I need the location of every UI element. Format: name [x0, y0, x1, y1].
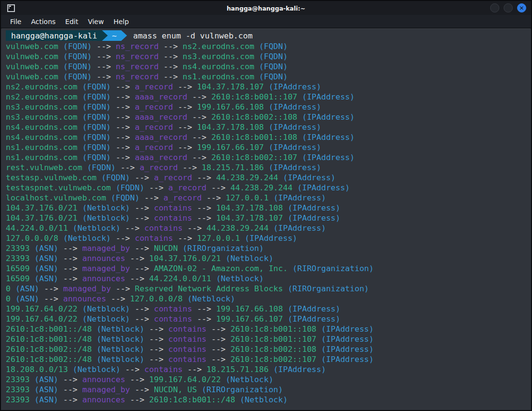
node-name: NUCDN, US — [154, 385, 197, 394]
menu-file[interactable]: File — [10, 18, 21, 25]
node-type: (IPAddress) — [288, 304, 340, 313]
relation-name: managed_by — [82, 385, 130, 394]
menu-edit[interactable]: Edit — [65, 18, 78, 25]
node-name: 23393 — [6, 244, 30, 253]
node-type: (ASN) — [35, 274, 59, 283]
node-name: 16509 — [6, 274, 30, 283]
node-name: AMAZON-02 - Amazon.com, Inc. — [154, 264, 288, 273]
arrow-token: --> — [116, 133, 130, 142]
node-type: (IPAddress) — [288, 314, 340, 324]
arrow-token: --> — [211, 183, 226, 192]
node-type: (RIROrganization) — [288, 284, 369, 293]
node-name: ns4.eurodns.com — [6, 123, 77, 132]
node-name: 2610:1c8:b002::107 — [211, 153, 297, 162]
node-type: (IPAddress) — [302, 153, 355, 162]
node-type: (FQDN) — [259, 72, 288, 81]
relation-name: contains — [144, 365, 182, 374]
output-line: 2610:1c8:b001::/48 (Netblock) --> contai… — [6, 334, 530, 344]
arrow-token: --> — [178, 234, 192, 243]
node-name: 0 — [6, 294, 11, 303]
output-line: 104.37.176.0/21 (Netblock) --> contains … — [6, 203, 530, 213]
arrow-token: --> — [178, 82, 192, 91]
node-name: ns4.eurodns.com — [6, 133, 77, 142]
node-type: (IPAddress) — [302, 133, 355, 142]
output-line: testaspnet.vulnweb.com (FQDN) --> a_reco… — [6, 183, 530, 193]
node-name: 2610:1c8:b001::/48 — [6, 324, 92, 334]
output-line: vulnweb.com (FQDN) --> ns_record --> ns3… — [6, 51, 530, 62]
menu-view[interactable]: View — [88, 18, 104, 25]
node-type: (RIROrganization) — [292, 264, 374, 273]
node-type: (FQDN) — [82, 133, 111, 142]
node-type: (Netblock) — [82, 203, 130, 212]
menu-actions[interactable]: Actions — [31, 18, 55, 25]
node-type: (FQDN) — [82, 153, 111, 162]
terminal-icon — [7, 4, 15, 12]
minimize-button[interactable] — [490, 3, 499, 12]
output-line: ns4.eurodns.com (FQDN) --> a_record --> … — [6, 122, 530, 132]
menu-help[interactable]: Help — [114, 18, 129, 25]
node-name: 199.167.64.0/22 — [149, 375, 221, 384]
relation-name: contains — [168, 324, 206, 334]
node-type: (Netblock) — [240, 395, 288, 404]
node-name: ns1.eurodns.com — [6, 143, 77, 152]
node-name: 18.215.71.186 — [206, 365, 268, 374]
node-name: 2610:1c8:b001::/48 — [6, 335, 92, 344]
arrow-token: --> — [63, 254, 77, 263]
node-name: 104.37.178.107 — [197, 82, 264, 91]
node-name: testasp.vulnweb.com — [6, 173, 97, 182]
output-line: 18.208.0.0/13 (Netblock) --> contains --… — [6, 364, 530, 374]
node-name: ns1.eurodns.com — [6, 153, 77, 162]
close-icon: ✕ — [519, 5, 524, 11]
prompt-user-host: hangga@hangga-kali — [6, 30, 102, 41]
node-type: (Netblock) — [97, 335, 144, 344]
output-line: 0 (ASN) --> announces --> 127.0.0.0/8 (N… — [6, 294, 530, 304]
node-name: ns2.eurodns.com — [183, 42, 254, 51]
node-type: (IPAddress) — [268, 123, 321, 132]
relation-name: a_record — [135, 123, 173, 132]
node-name: testaspnet.vulnweb.com — [6, 183, 111, 192]
output-line: 23393 (ASN) --> announces --> 104.37.176… — [6, 253, 530, 263]
arrow-token: --> — [63, 395, 77, 404]
relation-name: announces — [82, 254, 125, 263]
menubar: File Actions Edit View Help — [1, 15, 531, 28]
node-type: (FQDN) — [82, 143, 111, 152]
arrow-token: --> — [44, 284, 58, 293]
node-type: (Netblock) — [226, 375, 273, 384]
node-type: (Netblock) — [73, 224, 120, 233]
output-line: ns2.eurodns.com (FQDN) --> a_record --> … — [6, 82, 530, 92]
arrow-token: --> — [178, 143, 192, 152]
relation-name: a_record — [135, 82, 173, 91]
output-line: 2610:1c8:b002::/48 (Netblock) --> contai… — [6, 354, 530, 364]
arrow-token: --> — [149, 183, 164, 192]
node-type: (Netblock) — [216, 274, 264, 283]
node-type: (IPAddress) — [268, 102, 321, 112]
arrow-token: --> — [188, 365, 202, 374]
output-line: ns1.eurodns.com (FQDN) --> aaaa_record -… — [6, 152, 530, 162]
relation-name: a_record — [139, 163, 177, 172]
output-lines: vulnweb.com (FQDN) --> ns_record --> ns2… — [6, 41, 530, 405]
arrow-token: --> — [120, 163, 135, 172]
relation-name: announces — [82, 375, 125, 384]
node-type: (IPAddress) — [268, 163, 321, 172]
output-line: testasp.vulnweb.com (FQDN) --> a_record … — [6, 173, 530, 183]
node-type: (ASN) — [35, 264, 59, 273]
node-type: (IPAddress) — [273, 365, 326, 374]
arrow-token: --> — [135, 264, 149, 273]
close-button[interactable]: ✕ — [517, 3, 526, 12]
maximize-button[interactable] — [504, 3, 513, 12]
node-type: (Netblock) — [97, 324, 144, 334]
node-name: 23393 — [6, 395, 30, 404]
output-line: 23393 (ASN) --> managed_by --> NUCDN (RI… — [6, 243, 530, 253]
arrow-token: --> — [144, 193, 159, 202]
titlebar[interactable]: hangga@hangga-kali:~ ✕ — [1, 1, 531, 15]
output-line: ns1.eurodns.com (FQDN) --> a_record --> … — [6, 142, 530, 152]
arrow-token: --> — [97, 52, 111, 61]
output-line: 16509 (ASN) --> announces --> 44.224.0.0… — [6, 274, 530, 284]
arrow-token: --> — [183, 163, 197, 172]
node-type: (Netblock) — [226, 254, 273, 263]
output-line: 16509 (ASN) --> managed_by --> AMAZON-02… — [6, 263, 530, 274]
terminal-screen[interactable]: hangga@hangga-kali ~ amass enum -d vulnw… — [2, 28, 530, 409]
node-name: ns2.eurodns.com — [6, 92, 77, 101]
arrow-token: --> — [111, 294, 126, 303]
node-name: 2610:1c8:b002::/48 — [6, 345, 92, 354]
